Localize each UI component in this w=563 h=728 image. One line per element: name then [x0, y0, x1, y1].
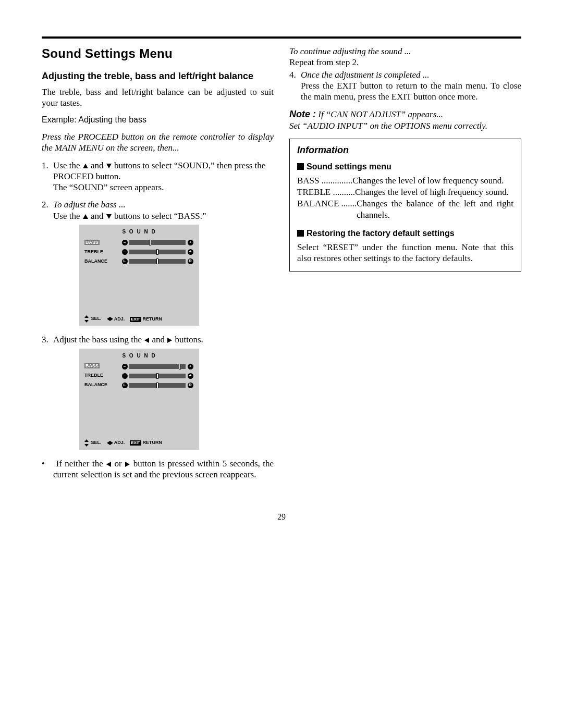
def-balance: BALANCE ....... Changes the balance of t…	[297, 198, 513, 221]
up-triangle-icon	[83, 214, 88, 219]
updown-icon	[84, 439, 90, 447]
steps-list: 1.Use the and buttons to select “SOUND,”…	[42, 160, 274, 450]
info-sub2-text: Restoring the factory default settings	[307, 229, 455, 238]
osd-balance-bar	[129, 259, 186, 264]
left-column: Sound Settings Menu Adjusting the treble…	[42, 46, 274, 486]
step1-text-d: The “SOUND” screen appears.	[53, 182, 164, 192]
plus-icon: +	[188, 240, 193, 245]
step1-text-a: Use the	[53, 161, 82, 170]
def-treble-desc: Changes the level of high frequency soun…	[355, 187, 513, 198]
r-icon: R	[188, 382, 193, 388]
note-line2: Set “AUDIO INPUT” on the OPTIONS menu co…	[289, 121, 487, 131]
right-triangle-icon	[125, 462, 130, 467]
osd-title: S O U N D	[84, 353, 194, 360]
osd-balance-label: BALANCE	[84, 258, 107, 264]
osd-return-label: RETURN	[143, 440, 163, 445]
osd-row-balance: BALANCE L R	[84, 381, 194, 389]
reset-body: Select “RESET” under the function menu. …	[297, 242, 513, 264]
updown-icon	[84, 315, 90, 323]
osd-footer: SEL. ADJ. EXIT RETURN	[84, 315, 194, 323]
section-title: Sound Settings Menu	[42, 46, 274, 61]
step4-head: Once the adjustment is completed ...	[301, 70, 429, 80]
osd-row-treble: TREBLE – +	[84, 372, 194, 380]
step-2: 2.To adjust the bass ... Use the and but…	[42, 199, 274, 326]
step2-text-b: and	[89, 211, 106, 221]
note-block: Note : If “CAN NOT ADJUST” appears... Se…	[289, 108, 521, 131]
right-icon	[110, 317, 113, 321]
continue-body: Repeat from step 2.	[289, 57, 359, 67]
osd-footer: SEL. ADJ. EXIT RETURN	[84, 439, 194, 447]
note-line1: If “CAN NOT ADJUST” appears...	[316, 109, 443, 119]
info-sub1-text: Sound settings menu	[307, 162, 391, 171]
top-rule	[42, 36, 521, 39]
osd-balance-label: BALANCE	[84, 382, 107, 387]
two-column-layout: Sound Settings Menu Adjusting the treble…	[42, 46, 521, 486]
continue-head: To continue adjusting the sound ...	[289, 46, 411, 56]
down-triangle-icon	[106, 164, 112, 168]
def-balance-term: BALANCE .......	[297, 198, 357, 221]
osd-treble-bar	[129, 374, 186, 378]
press-proceed-paragraph: Press the PROCEED button on the remote c…	[42, 131, 274, 154]
osd-bass-bar	[129, 240, 186, 245]
step3-text-a: Adjust the bass using the	[53, 335, 144, 344]
osd-adj-label: ADJ.	[114, 316, 125, 322]
up-triangle-icon	[83, 164, 88, 168]
minus-icon: –	[122, 373, 128, 379]
l-icon: L	[122, 258, 128, 264]
step1-text-b: and	[89, 161, 106, 170]
step2-head: To adjust the bass ...	[53, 200, 126, 209]
osd-row-bass: BASS – +	[84, 238, 194, 246]
osd-bass-bar	[129, 364, 186, 369]
down-triangle-icon	[106, 214, 112, 219]
step-3: 3.Adjust the bass using the and buttons.…	[42, 334, 274, 450]
info-subhead-2: Restoring the factory default settings	[297, 228, 513, 239]
subheading: Adjusting the treble, bass and left/righ…	[42, 71, 274, 82]
definition-list: BASS .............. Changes the level of…	[297, 175, 513, 221]
step3-text-b: and	[150, 335, 167, 344]
intro-paragraph: The treble, bass and left/right balance …	[42, 87, 274, 109]
osd-balance-bar	[129, 383, 186, 388]
note-label: Note :	[289, 109, 316, 119]
bullet-text-b: or	[112, 459, 125, 468]
step2-text-a: Use the	[53, 211, 82, 221]
info-subhead-1: Sound settings menu	[297, 162, 513, 172]
step-4: 4.Once the adjustment is completed ... P…	[289, 69, 521, 103]
continue-block: To continue adjusting the sound ... Repe…	[289, 46, 521, 68]
plus-icon: +	[188, 364, 193, 369]
step3-text-c: buttons.	[173, 335, 203, 344]
def-treble: TREBLE .......... Changes the level of h…	[297, 187, 513, 198]
osd-screen-1: S O U N D BASS – + TREBLE – + BALAN	[79, 225, 199, 326]
step4-list: 4.Once the adjustment is completed ... P…	[289, 69, 521, 103]
right-column: To continue adjusting the sound ... Repe…	[289, 46, 521, 486]
def-balance-desc: Changes the balance of the left and righ…	[357, 198, 513, 221]
bullet-text-a: If neither the	[56, 459, 106, 468]
osd-adj-label: ADJ.	[114, 440, 125, 445]
step2-text-c: buttons to select “BASS.”	[112, 211, 206, 221]
right-icon	[110, 441, 113, 445]
information-box: Information Sound settings menu BASS ...…	[289, 139, 521, 272]
def-bass-desc: Changes the level of low frequency sound…	[352, 175, 513, 187]
osd-treble-bar	[129, 250, 186, 254]
l-icon: L	[122, 382, 128, 388]
page-number: 29	[42, 512, 521, 522]
osd-row-bass: BASS – +	[84, 362, 194, 371]
osd-row-treble: TREBLE – +	[84, 248, 194, 256]
plus-icon: +	[188, 249, 193, 255]
step4-body: Press the EXIT button to return to the m…	[301, 81, 521, 102]
square-bullet-icon	[297, 163, 304, 170]
osd-treble-label: TREBLE	[84, 249, 103, 254]
osd-bass-label: BASS	[84, 363, 100, 368]
def-bass: BASS .............. Changes the level of…	[297, 175, 513, 187]
minus-icon: –	[122, 240, 128, 245]
timeout-note: If neither the or button is pressed with…	[42, 458, 274, 480]
step-1: 1.Use the and buttons to select “SOUND,”…	[42, 160, 274, 193]
def-treble-term: TREBLE ..........	[297, 187, 355, 198]
osd-sel-label: SEL.	[91, 316, 102, 322]
left-triangle-icon	[144, 338, 149, 343]
minus-icon: –	[122, 249, 128, 255]
r-icon: R	[188, 258, 193, 264]
minus-icon: –	[122, 364, 128, 369]
osd-title: S O U N D	[84, 229, 194, 236]
osd-row-balance: BALANCE L R	[84, 257, 194, 265]
osd-return-label: RETURN	[143, 316, 163, 322]
